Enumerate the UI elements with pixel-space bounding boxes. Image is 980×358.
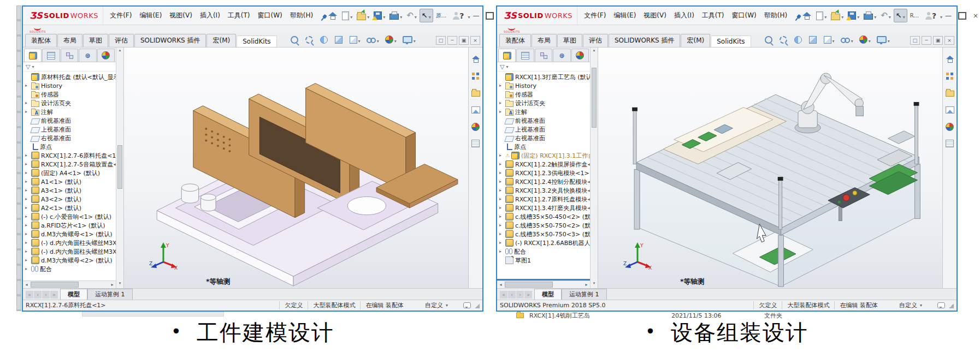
expand-arrow-icon[interactable] bbox=[25, 241, 29, 245]
filter-dropdown-icon[interactable]: ▾ bbox=[506, 64, 508, 69]
doc-cascade-icon[interactable]: ▣ bbox=[459, 36, 469, 45]
scrollbar-thumb[interactable] bbox=[117, 145, 122, 189]
menu-item[interactable]: 文件(F) bbox=[580, 9, 610, 22]
tab-nav-icon[interactable]: ‹ bbox=[508, 291, 516, 299]
hide-show-items-icon[interactable] bbox=[841, 34, 853, 45]
tree-item[interactable]: (-) c.小爱音响<1> (默认) bbox=[23, 212, 116, 221]
tab-motion-study[interactable]: 运动算例 1 bbox=[87, 289, 133, 300]
expand-arrow-icon[interactable] bbox=[25, 267, 29, 271]
select-cursor-icon[interactable]: ↖ bbox=[894, 9, 907, 22]
file-explorer-icon[interactable] bbox=[470, 88, 481, 98]
pin-icon[interactable] bbox=[320, 13, 324, 18]
zoom-area-icon[interactable] bbox=[780, 36, 788, 44]
tree-item[interactable]: RXCX[1].3打磨工艺岛 (默认<默认_显 bbox=[497, 73, 590, 81]
tab-model[interactable]: 模型 bbox=[60, 289, 87, 300]
minimize-button[interactable]: — bbox=[473, 13, 479, 19]
scroll-down-icon[interactable]: ▾ bbox=[593, 282, 595, 287]
scroll-right-icon[interactable]: ▸ bbox=[109, 283, 116, 287]
save-icon[interactable] bbox=[372, 9, 387, 22]
help-dropdown-icon[interactable] bbox=[940, 10, 942, 21]
expand-arrow-icon[interactable] bbox=[25, 197, 29, 201]
configurationmanager-tab[interactable] bbox=[61, 49, 78, 62]
menu-item[interactable]: 视图(V) bbox=[166, 9, 196, 22]
expand-arrow-icon[interactable] bbox=[25, 101, 29, 105]
graphics-viewport[interactable]: Y X Z *等轴测 bbox=[124, 47, 468, 288]
expand-arrow-icon[interactable] bbox=[499, 241, 504, 245]
tree-item[interactable]: d.M3六角螺母<1> (默认) bbox=[23, 230, 116, 238]
tree-item[interactable]: 草图1 bbox=[497, 256, 590, 265]
maximize-button[interactable] bbox=[486, 12, 494, 20]
tree-item[interactable]: A3<1> (默认) bbox=[23, 186, 116, 195]
scrollbar-thumb[interactable] bbox=[592, 68, 597, 128]
tree-item[interactable]: 注解 bbox=[497, 108, 590, 116]
status-custom[interactable]: 自定义▾ bbox=[425, 301, 448, 309]
expand-arrow-icon[interactable] bbox=[499, 153, 504, 158]
expand-arrow-icon[interactable] bbox=[25, 214, 29, 219]
zoom-fit-icon[interactable] bbox=[765, 36, 774, 44]
solidworks-resources-icon[interactable] bbox=[944, 54, 955, 64]
tab-nav-icon[interactable]: » bbox=[524, 291, 532, 299]
displaymanager-tab[interactable] bbox=[571, 49, 589, 62]
tab-motion-study[interactable]: 运动算例 1 bbox=[562, 289, 607, 300]
expand-arrow-icon[interactable] bbox=[499, 197, 504, 201]
configurationmanager-tab[interactable] bbox=[535, 49, 552, 62]
save-icon[interactable] bbox=[846, 9, 861, 22]
expand-arrow-icon[interactable] bbox=[499, 214, 504, 219]
view-settings-icon[interactable] bbox=[877, 34, 890, 45]
appearances-icon[interactable] bbox=[944, 122, 955, 132]
tree-vertical-scrollbar[interactable]: ▴ ▾ bbox=[116, 47, 124, 288]
tree-item[interactable]: (-) RXCX[1].2.6ABB机器人模块< bbox=[497, 238, 590, 247]
expand-arrow-icon[interactable] bbox=[499, 110, 504, 114]
tree-item[interactable]: (-) d.内六角圆柱头螺丝M3X12 bbox=[23, 247, 116, 256]
expand-arrow-icon[interactable] bbox=[499, 232, 504, 236]
ribbon-tab[interactable]: 布局 bbox=[57, 34, 82, 47]
tree-item[interactable]: a.RFID芯片<1> (默认) bbox=[23, 221, 116, 230]
menu-item[interactable]: 视图(V) bbox=[640, 9, 670, 22]
tree-item[interactable]: RXCX[1].3.4打磨夹具模块<1> (默 bbox=[497, 204, 590, 212]
view-orientation-icon[interactable] bbox=[809, 36, 818, 44]
expand-arrow-icon[interactable] bbox=[25, 258, 29, 262]
display-style-icon[interactable] bbox=[824, 34, 835, 45]
help-dropdown-icon[interactable] bbox=[468, 10, 470, 21]
featuremanager-tab[interactable] bbox=[24, 49, 42, 62]
new-document-icon[interactable] bbox=[340, 9, 354, 22]
view-orientation-icon[interactable] bbox=[335, 36, 344, 44]
tree-item[interactable]: 设计活页夹 bbox=[497, 99, 590, 108]
menu-item[interactable]: 窗口(W) bbox=[254, 9, 286, 22]
doc-minimize-icon[interactable]: ─ bbox=[922, 36, 931, 45]
ribbon-tab[interactable]: 宏(M) bbox=[681, 34, 710, 47]
select-cursor-icon[interactable]: ↖ bbox=[420, 9, 433, 22]
open-icon[interactable] bbox=[355, 9, 371, 22]
tree-item[interactable]: 右视基准面 bbox=[23, 134, 116, 142]
design-library-icon[interactable] bbox=[470, 71, 481, 81]
expand-arrow-icon[interactable] bbox=[499, 171, 504, 175]
tab-model[interactable]: 模型 bbox=[534, 289, 562, 300]
view-palette-icon[interactable] bbox=[470, 105, 481, 115]
tree-item[interactable]: History bbox=[497, 81, 590, 90]
graphics-viewport[interactable]: Y X Z *等轴测 bbox=[598, 47, 942, 288]
tree-item[interactable]: RXCX[1].2.7-5音箱放置盘<1> bbox=[23, 160, 116, 169]
tree-item[interactable]: RXCX[1].2.7原料托盘模块<1> (默 bbox=[497, 195, 590, 204]
tree-item[interactable]: RXCX[1].3.2夹具快换模块<1> (默 bbox=[497, 186, 590, 195]
ribbon-tab[interactable]: 装配体 bbox=[499, 34, 531, 47]
tree-horizontal-scrollbar[interactable]: ◂ ▸ bbox=[23, 281, 116, 288]
display-style-icon[interactable] bbox=[350, 34, 361, 45]
edit-appearance-icon[interactable] bbox=[859, 34, 871, 45]
menu-item[interactable]: 窗口(W) bbox=[728, 9, 760, 22]
home-icon[interactable] bbox=[327, 11, 339, 20]
tree-item[interactable]: c.线槽35×50-750<3> (默认) bbox=[497, 230, 590, 238]
section-view-icon[interactable] bbox=[320, 36, 329, 44]
scroll-up-icon[interactable]: ▴ bbox=[593, 49, 595, 54]
expand-arrow-icon[interactable] bbox=[25, 249, 29, 254]
ribbon-tab[interactable]: 评估 bbox=[583, 34, 608, 47]
menu-item[interactable]: 编辑(E) bbox=[610, 9, 640, 22]
expand-arrow-icon[interactable] bbox=[25, 223, 29, 228]
filter-icon[interactable]: ▽ bbox=[26, 64, 30, 70]
doc-minimize-icon[interactable]: ─ bbox=[447, 36, 457, 45]
ribbon-tab[interactable]: 布局 bbox=[532, 34, 557, 47]
tree-item[interactable]: (固定) A4<1> (默认) bbox=[23, 169, 116, 177]
expand-arrow-icon[interactable] bbox=[499, 223, 504, 228]
tree-item[interactable]: 右视基准面 bbox=[497, 134, 590, 142]
expand-arrow-icon[interactable] bbox=[499, 206, 504, 210]
menu-item[interactable]: 工具(T) bbox=[698, 9, 728, 22]
